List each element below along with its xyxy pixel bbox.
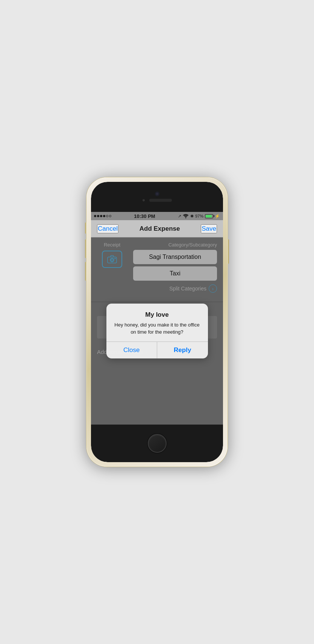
phone-frame: 10:30 PM ↗ ✱ 97%	[86, 177, 228, 467]
screen: 10:30 PM ↗ ✱ 97%	[91, 212, 223, 425]
alert-reply-button[interactable]: Reply	[157, 342, 208, 358]
front-camera	[155, 192, 159, 196]
status-bar: 10:30 PM ↗ ✱ 97%	[91, 212, 223, 220]
signal-dot-5	[106, 215, 108, 217]
page-title: Add Expense	[140, 225, 180, 233]
home-button[interactable]	[148, 434, 167, 453]
alert-content: My love Hey honey, did you make it to th…	[106, 304, 208, 341]
alert-message: Hey honey, did you make it to the office…	[112, 322, 202, 335]
top-bezel	[91, 182, 223, 212]
save-button[interactable]: Save	[201, 224, 217, 233]
power-button[interactable]	[228, 239, 229, 264]
volume-down-button[interactable]	[85, 262, 86, 281]
alert-buttons: Close Reply	[106, 342, 208, 358]
phone-screen: 10:30 PM ↗ ✱ 97%	[91, 182, 223, 462]
navigation-bar: Cancel Add Expense Save	[91, 220, 223, 237]
signal-dot-1	[94, 215, 96, 217]
alert-dialog: My love Hey honey, did you make it to th…	[106, 304, 208, 358]
bluetooth-icon: ✱	[190, 214, 194, 219]
signal-dot-4	[103, 215, 105, 217]
status-right-indicators: ↗ ✱ 97% ⚡	[178, 214, 220, 219]
earpiece-speaker	[149, 199, 172, 202]
charging-icon: ⚡	[215, 214, 220, 219]
volume-up-button[interactable]	[85, 239, 86, 258]
location-icon: ↗	[178, 214, 181, 219]
wifi-icon	[183, 214, 189, 218]
alert-close-button[interactable]: Close	[106, 342, 158, 358]
battery-icon	[205, 214, 213, 218]
cancel-button[interactable]: Cancel	[97, 224, 118, 233]
alert-overlay: My love Hey honey, did you make it to th…	[91, 237, 223, 425]
signal-dot-3	[100, 215, 102, 217]
battery-percent-text: 97%	[195, 214, 203, 218]
speaker-row	[143, 199, 172, 202]
status-time: 10:30 PM	[134, 213, 155, 219]
signal-dot-6	[109, 215, 111, 217]
svg-point-0	[185, 217, 187, 218]
signal-indicators	[94, 215, 111, 217]
signal-dot-2	[97, 215, 99, 217]
mic-dot	[143, 199, 145, 201]
main-content: Receipt Category/Subcate	[91, 237, 223, 425]
bottom-bezel	[91, 425, 223, 462]
alert-title: My love	[112, 311, 202, 319]
